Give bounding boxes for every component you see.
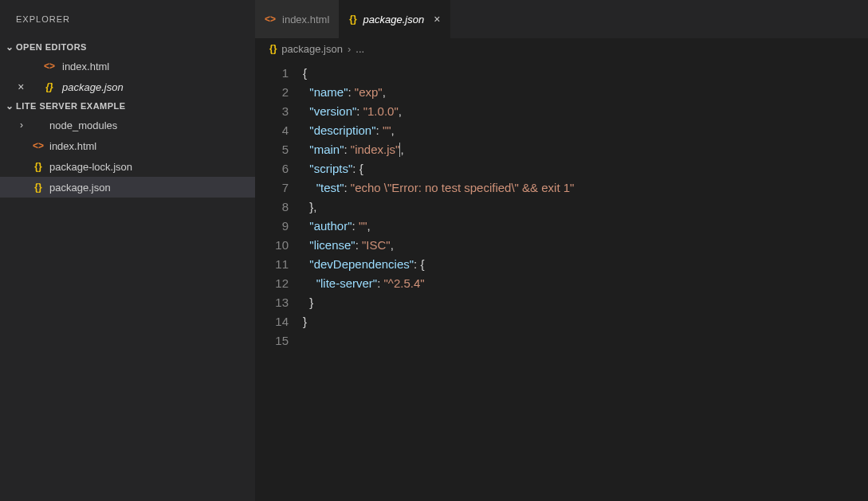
tree-folder[interactable]: ›node_modules [0, 115, 255, 135]
close-icon[interactable]: × [434, 13, 440, 25]
code-line[interactable]: } [303, 312, 868, 331]
tab-label: package.json [363, 14, 425, 25]
code-line[interactable]: "lite-server": "^2.5.4" [303, 274, 868, 293]
json-icon: {} [43, 81, 56, 92]
open-editors-label: OPEN EDITORS [16, 42, 87, 52]
html-icon: <> [265, 14, 276, 25]
chevron-down-icon: ⌄ [3, 41, 16, 53]
line-number: 15 [255, 331, 289, 350]
line-number: 11 [255, 255, 289, 274]
json-icon: {} [32, 161, 45, 172]
sidebar: EXPLORER ⌄ OPEN EDITORS <>index.html×{}p… [0, 0, 255, 501]
text-cursor [399, 143, 400, 157]
code-line[interactable]: } [303, 293, 868, 312]
line-number: 5 [255, 140, 289, 159]
code-line[interactable]: "author": "", [303, 217, 868, 236]
open-editor-item[interactable]: <>index.html [0, 56, 255, 76]
line-number: 12 [255, 274, 289, 293]
line-number-gutter: 123456789101112131415 [255, 59, 303, 501]
open-editor-label: package.json [62, 81, 124, 93]
close-icon[interactable]: × [18, 81, 24, 92]
editor-tab[interactable]: <>index.html [255, 0, 340, 38]
tree-file[interactable]: {}package.json [0, 177, 255, 198]
code-line[interactable] [303, 331, 868, 350]
tree-item-label: package.json [49, 182, 111, 194]
breadcrumb[interactable]: {} package.json › ... [255, 38, 868, 59]
chevron-down-icon: ⌄ [3, 100, 16, 112]
line-number: 13 [255, 293, 289, 312]
line-number: 1 [255, 64, 289, 83]
code-line[interactable]: "license": "ISC", [303, 236, 868, 255]
open-editors-header[interactable]: ⌄ OPEN EDITORS [0, 38, 255, 56]
line-number: 14 [255, 312, 289, 331]
code-content[interactable]: { "name": "exp", "version": "1.0.0", "de… [303, 59, 868, 501]
code-line[interactable]: "test": "echo \"Error: no test specified… [303, 178, 868, 198]
tree-item-label: node_modules [49, 119, 117, 131]
code-line[interactable]: }, [303, 198, 868, 217]
editor-tab[interactable]: {}package.json× [340, 0, 450, 38]
editor-area: <>index.html{}package.json× {} package.j… [255, 0, 868, 501]
tab-label: index.html [282, 14, 329, 25]
tree-file[interactable]: {}package-lock.json [0, 156, 255, 177]
line-number: 10 [255, 236, 289, 255]
html-icon: <> [43, 61, 56, 72]
line-number: 7 [255, 178, 289, 198]
json-icon: {} [349, 14, 356, 25]
code-line[interactable]: { [303, 64, 868, 83]
line-number: 6 [255, 159, 289, 178]
code-line[interactable]: "main": "index.js", [303, 140, 868, 159]
line-number: 2 [255, 83, 289, 102]
line-number: 4 [255, 121, 289, 140]
line-number: 9 [255, 217, 289, 236]
json-icon: {} [269, 43, 277, 54]
open-editor-item[interactable]: ×{}package.json [0, 76, 255, 97]
tree-item-label: package-lock.json [49, 161, 132, 173]
tree-file[interactable]: <>index.html [0, 135, 255, 156]
line-number: 3 [255, 102, 289, 121]
html-icon: <> [32, 140, 45, 151]
chevron-right-icon: › [16, 119, 27, 131]
breadcrumb-separator-icon: › [348, 43, 351, 55]
project-label: LITE SERVER EXAMPLE [16, 101, 126, 111]
code-line[interactable]: "version": "1.0.0", [303, 102, 868, 121]
code-line[interactable]: "description": "", [303, 121, 868, 140]
project-header[interactable]: ⌄ LITE SERVER EXAMPLE [0, 97, 255, 115]
breadcrumb-tail: ... [355, 43, 364, 55]
tree-item-label: index.html [49, 140, 96, 152]
json-icon: {} [32, 182, 45, 193]
code-line[interactable]: "devDependencies": { [303, 255, 868, 274]
breadcrumb-file: package.json [281, 43, 343, 55]
open-editor-label: index.html [62, 61, 109, 72]
code-editor[interactable]: 123456789101112131415 { "name": "exp", "… [255, 59, 868, 501]
line-number: 8 [255, 198, 289, 217]
code-line[interactable]: "scripts": { [303, 159, 868, 178]
tab-bar: <>index.html{}package.json× [255, 0, 868, 38]
code-line[interactable]: "name": "exp", [303, 83, 868, 102]
explorer-title: EXPLORER [0, 0, 255, 38]
